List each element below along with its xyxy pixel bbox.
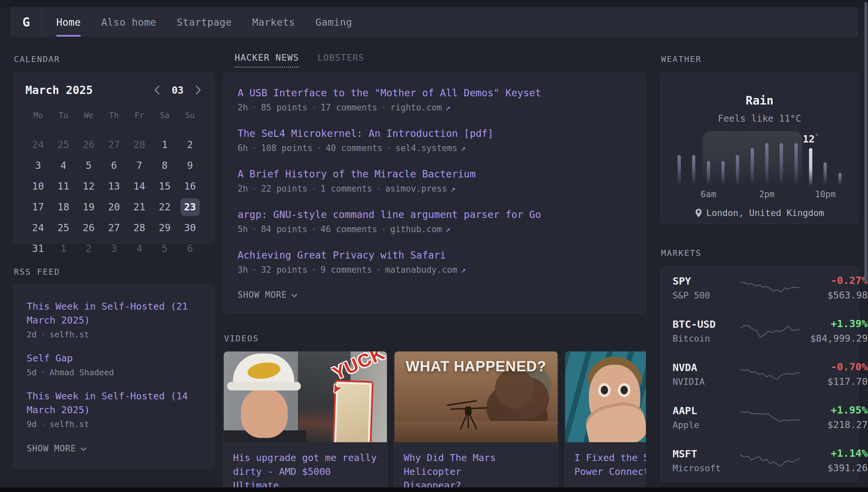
market-row[interactable]: SPY S&P 500 -0.27% $563.98 bbox=[672, 266, 847, 309]
dot-separator bbox=[248, 224, 261, 234]
calendar-prev-button[interactable] bbox=[153, 83, 162, 97]
nav-tab[interactable]: Also home bbox=[101, 7, 156, 36]
market-row[interactable]: BTC-USD Bitcoin +1.39% $84,999.29 bbox=[672, 309, 847, 352]
calendar-day: 29 bbox=[152, 217, 177, 238]
dot-separator bbox=[248, 184, 261, 194]
calendar-day: 3 bbox=[102, 238, 127, 259]
news-story: argp: GNU-style command line argument pa… bbox=[238, 209, 632, 234]
calendar-day: 27 bbox=[102, 217, 127, 238]
calendar-day: 25 bbox=[51, 134, 76, 155]
calendar-day: 8 bbox=[152, 155, 177, 176]
video-thumbnail[interactable]: YUCK➤ bbox=[224, 351, 387, 442]
market-row[interactable]: MSFT Microsoft +1.14% $391.26 bbox=[672, 439, 847, 482]
dot-separator bbox=[248, 265, 261, 275]
video-card[interactable]: WHAT HAPPENED? Why Did The Mars Helicopt… bbox=[394, 351, 558, 492]
market-name: Bitcoin bbox=[673, 334, 740, 344]
market-row[interactable]: AAPL Apple +1.95% $218.27 bbox=[672, 395, 847, 439]
news-source-tabs: HACKER NEWSLOBSTERS bbox=[235, 52, 646, 68]
story-domain[interactable]: github.com bbox=[390, 224, 442, 234]
video-card[interactable]: DOTHT I Fixed the 5Power Connect 3dLinus… bbox=[565, 351, 646, 492]
market-row[interactable]: NVDA NVIDIA -0.70% $117.70 bbox=[672, 352, 847, 395]
left-column: CALENDAR March 2025 03 MoTuWeT bbox=[13, 36, 215, 492]
current-temperature-label: 12° bbox=[803, 132, 819, 145]
rss-show-more-button[interactable]: SHOW MORE bbox=[27, 444, 87, 453]
news-story-title[interactable]: The SeL4 Microkernel: An Introduction [p… bbox=[238, 128, 632, 139]
video-title[interactable]: His upgrade got me reallydirty - AMD $50… bbox=[233, 451, 378, 492]
calendar-day: 6 bbox=[102, 155, 127, 176]
story-comments[interactable]: 40 comments bbox=[325, 143, 382, 153]
rss-item-source: selfh.st bbox=[49, 419, 89, 429]
nav-tab[interactable]: Markets bbox=[252, 7, 295, 36]
weekday-label: Tu bbox=[51, 108, 76, 123]
rss-item-age: 9d bbox=[27, 419, 36, 429]
rss-item-title[interactable]: This Week in Self-Hosted (21 March 2025) bbox=[27, 299, 201, 327]
dot-separator bbox=[308, 102, 321, 113]
dot-separator bbox=[308, 265, 321, 275]
story-domain[interactable]: matanabudy.com bbox=[385, 265, 457, 275]
rss-item-title[interactable]: Self Gap bbox=[27, 351, 201, 365]
news-story-title[interactable]: A Brief History of the Miracle Bacterium bbox=[238, 168, 632, 180]
weather-hourly-chart: 12°6am2pm10pm bbox=[672, 131, 847, 199]
time-axis-label: 10pm bbox=[815, 189, 836, 199]
story-comments[interactable]: 17 comments bbox=[321, 102, 377, 113]
nav-tab[interactable]: Home bbox=[56, 7, 81, 36]
story-comments[interactable]: 1 comments bbox=[321, 184, 372, 194]
nav-tab[interactable]: Gaming bbox=[315, 7, 352, 36]
news-story-meta: 6h108 points40 commentssel4.systems bbox=[238, 143, 632, 153]
market-ticker[interactable]: NVDA bbox=[673, 362, 740, 373]
rss-item-meta: 5dAhmad Shadeed bbox=[27, 368, 201, 377]
calendar-day: 1 bbox=[51, 238, 76, 259]
news-source-tab[interactable]: HACKER NEWS bbox=[235, 52, 299, 68]
market-ticker[interactable]: BTC-USD bbox=[673, 318, 740, 330]
nav-tab[interactable]: Startpage bbox=[177, 7, 232, 36]
scrollbar-thumb[interactable] bbox=[864, 2, 867, 283]
hour-bar bbox=[736, 155, 739, 185]
calendar-day: 5 bbox=[76, 155, 102, 176]
calendar-day: 14 bbox=[127, 176, 152, 197]
market-ticker[interactable]: SPY bbox=[673, 275, 740, 287]
story-comments[interactable]: 46 comments bbox=[321, 224, 377, 234]
calendar-day: 16 bbox=[177, 176, 203, 197]
calendar-day: 4 bbox=[127, 238, 152, 259]
calendar-day: 2 bbox=[177, 134, 203, 155]
rss-item-title[interactable]: This Week in Self-Hosted (14 March 2025) bbox=[27, 389, 201, 417]
rss-heading: RSS FEED bbox=[14, 267, 215, 277]
calendar-next-button[interactable] bbox=[193, 83, 203, 97]
calendar-day: 4 bbox=[51, 155, 76, 176]
rss-item-meta: 2dselfh.st bbox=[27, 330, 201, 339]
news-story-title[interactable]: argp: GNU-style command line argument pa… bbox=[238, 209, 632, 220]
market-ticker[interactable]: MSFT bbox=[673, 448, 740, 460]
video-thumbnail[interactable]: WHAT HAPPENED? bbox=[394, 351, 558, 442]
news-story-meta: 2h85 points17 commentsrighto.com bbox=[238, 102, 632, 113]
calendar-day: 3 bbox=[25, 155, 51, 176]
app-logo[interactable]: G bbox=[11, 7, 42, 36]
market-sparkline bbox=[740, 364, 800, 384]
story-domain[interactable]: sel4.systems bbox=[395, 143, 457, 153]
calendar-day: 22 bbox=[152, 197, 177, 217]
story-comments[interactable]: 9 comments bbox=[321, 265, 372, 275]
rss-item-source: selfh.st bbox=[49, 330, 89, 339]
calendar-day: 26 bbox=[76, 217, 102, 238]
video-thumbnail[interactable]: DOTHT bbox=[565, 351, 646, 442]
market-ticker[interactable]: AAPL bbox=[673, 404, 740, 417]
rss-item-age: 2d bbox=[27, 330, 36, 339]
news-story-title[interactable]: A USB Interface to the "Mother of All De… bbox=[238, 87, 632, 99]
weather-condition: Rain bbox=[672, 94, 847, 107]
video-title[interactable]: Why Did The Mars HelicopterDisappear? bbox=[404, 451, 548, 492]
calendar-day: 1 bbox=[152, 134, 177, 155]
calendar-day: 23 bbox=[177, 197, 203, 217]
news-source-tab[interactable]: LOBSTERS bbox=[317, 52, 364, 68]
market-sparkline bbox=[740, 278, 800, 297]
eye-graphic bbox=[601, 386, 608, 394]
news-show-more-button[interactable]: SHOW MORE bbox=[238, 290, 297, 300]
calendar-day: 26 bbox=[76, 134, 102, 155]
time-axis-label: 2pm bbox=[759, 189, 775, 199]
market-name: Microsoft bbox=[673, 463, 740, 473]
story-domain[interactable]: righto.com bbox=[390, 102, 442, 113]
dot-separator bbox=[377, 102, 391, 113]
videos-row: YUCK➤ His upgrade got me reallydirty - A… bbox=[223, 351, 646, 492]
news-story-title[interactable]: Achieving Great Privacy with Safari bbox=[238, 249, 632, 261]
video-card[interactable]: YUCK➤ His upgrade got me reallydirty - A… bbox=[223, 351, 387, 492]
video-title[interactable]: I Fixed the 5Power Connect bbox=[574, 451, 646, 478]
story-domain[interactable]: asimov.press bbox=[385, 184, 447, 194]
